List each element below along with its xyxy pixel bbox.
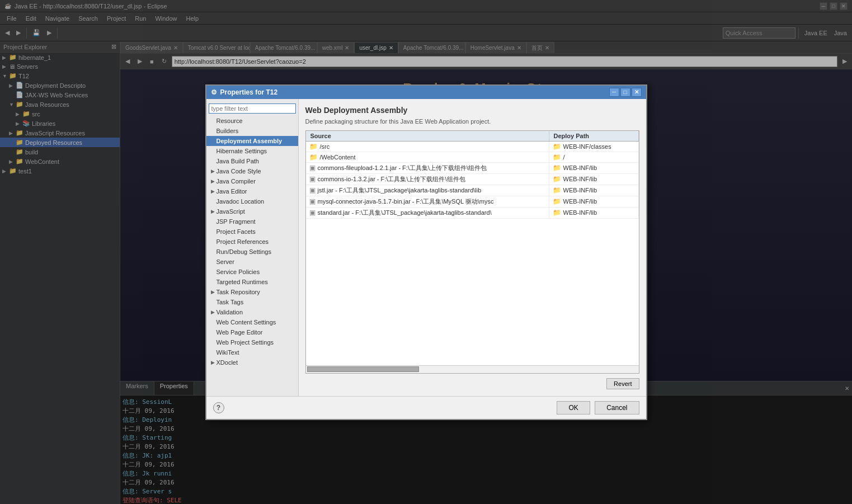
nav-item-label: Service Policies [216, 269, 260, 275]
nav-item-label: Validation [216, 309, 243, 315]
dialog-right-content: Web Deployment Assembly Define packaging… [299, 99, 646, 396]
assembly-table: Source Deploy Path 📁 /src 📁 WEB-INF/clas… [305, 130, 639, 374]
table-cell-source: 📁 /src [306, 142, 549, 152]
deploy-value: WEB-INF/lib [563, 164, 597, 171]
table-row[interactable]: 📁 /src 📁 WEB-INF/classes [306, 142, 639, 152]
nav-item-validation[interactable]: ▶ Validation [206, 307, 298, 317]
nav-item-label: JavaScript [216, 208, 245, 215]
nav-item-server[interactable]: Server [206, 257, 298, 267]
nav-item-javascript[interactable]: ▶ JavaScript [206, 206, 298, 216]
nav-item-java-editor[interactable]: ▶ Java Editor [206, 186, 298, 196]
jar-icon: ▣ [309, 175, 316, 183]
nav-item-java-code-style[interactable]: ▶ Java Code Style [206, 166, 298, 176]
folder-icon: 📁 [553, 209, 561, 216]
nav-item-label: Resource [216, 117, 243, 124]
nav-item-label: XDoclet [216, 359, 238, 366]
nav-item-label: Web Project Settings [216, 339, 274, 346]
properties-dialog: ⚙ Properties for T12 ─ □ ✕ Resource Buil… [205, 84, 647, 420]
nav-item-xdoclet[interactable]: ▶ XDoclet [206, 357, 298, 368]
nav-item-label: Run/Debug Settings [216, 248, 271, 255]
nav-item-web-project-settings[interactable]: Web Project Settings [206, 337, 298, 347]
table-row[interactable]: 📁 /WebContent 📁 / [306, 152, 639, 163]
nav-item-label: Targeted Runtimes [216, 279, 268, 285]
deploy-value: / [563, 154, 565, 161]
nav-item-project-references[interactable]: Project References [206, 237, 298, 247]
nav-arrow-icon: ▶ [211, 209, 216, 214]
ok-button[interactable]: OK [557, 401, 590, 414]
nav-item-label: Server [216, 258, 234, 265]
dialog-title-icon: ⚙ [211, 88, 217, 96]
source-value: standard.jar - F:\工具集\JTSL_package\jakar… [318, 209, 492, 217]
cancel-button[interactable]: Cancel [595, 401, 639, 414]
table-cell-source: ▣ jstl.jar - F:\工具集\JTSL_package\jakarta… [306, 185, 549, 196]
source-value: commons-io-1.3.2.jar - F:\工具集\上传下载组件\组件包 [318, 175, 465, 183]
nav-item-label: Java Compiler [216, 178, 256, 185]
scroll-thumb[interactable] [307, 366, 419, 372]
folder-icon: 📁 [553, 197, 561, 205]
nav-item-label: Task Repository [216, 289, 260, 295]
nav-item-project-facets[interactable]: Project Facets [206, 227, 298, 237]
nav-item-targeted-runtimes[interactable]: Targeted Runtimes [206, 277, 298, 287]
nav-item-web-content-settings[interactable]: Web Content Settings [206, 317, 298, 327]
dialog-maximize-button[interactable]: □ [620, 88, 630, 97]
col-header-source: Source [306, 131, 549, 141]
nav-item-deployment-assembly[interactable]: Deployment Assembly [206, 136, 298, 146]
nav-item-builders[interactable]: Builders [206, 126, 298, 136]
nav-item-label: JSP Fragment [216, 218, 256, 225]
table-row[interactable]: ▣ mysql-connector-java-5.1.7-bin.jar - F… [306, 196, 639, 208]
nav-item-label: Task Tags [216, 299, 244, 305]
table-cell-deploy: 📁 WEB-INF/classes [549, 142, 639, 152]
nav-item-javadoc[interactable]: Javadoc Location [206, 196, 298, 206]
nav-item-service-policies[interactable]: Service Policies [206, 267, 298, 277]
horizontal-scrollbar[interactable] [306, 365, 639, 373]
table-cell-source: ▣ commons-fileupload-1.2.1.jar - F:\工具集\… [306, 163, 549, 173]
nav-item-task-repository[interactable]: ▶ Task Repository [206, 287, 298, 297]
table-cell-source: ▣ standard.jar - F:\工具集\JTSL_package\jak… [306, 208, 549, 218]
nav-item-label: Hibernate Settings [216, 148, 267, 154]
table-cell-deploy: 📁 WEB-INF/lib [549, 196, 639, 207]
nav-item-web-page-editor[interactable]: Web Page Editor [206, 327, 298, 337]
jar-icon: ▣ [309, 197, 316, 205]
deploy-value: WEB-INF/lib [563, 198, 597, 205]
section-description: Define packaging structure for this Java… [305, 118, 639, 125]
filter-input[interactable] [209, 103, 296, 114]
help-button[interactable]: ? [213, 402, 224, 413]
dialog-close-button[interactable]: ✕ [632, 88, 642, 97]
deploy-value: WEB-INF/lib [563, 187, 597, 194]
nav-item-label: Java Build Path [216, 158, 259, 164]
source-value: commons-fileupload-1.2.1.jar - F:\工具集\上传… [318, 164, 487, 172]
jar-icon: ▣ [309, 209, 316, 216]
nav-item-label: Web Page Editor [216, 329, 263, 336]
table-row[interactable]: ▣ jstl.jar - F:\工具集\JTSL_package\jakarta… [306, 185, 639, 196]
nav-item-task-tags[interactable]: Task Tags [206, 297, 298, 307]
table-row[interactable]: ▣ standard.jar - F:\工具集\JTSL_package\jak… [306, 208, 639, 219]
dialog-footer: ? OK Cancel [206, 396, 646, 419]
nav-item-java-build-path[interactable]: Java Build Path [206, 156, 298, 166]
table-row[interactable]: ▣ commons-fileupload-1.2.1.jar - F:\工具集\… [306, 163, 639, 174]
table-cell-deploy: 📁 WEB-INF/lib [549, 163, 639, 173]
source-value: /WebContent [320, 154, 356, 161]
folder-icon: 📁 [553, 175, 561, 183]
dialog-title-text: Properties for T12 [220, 88, 609, 96]
nav-arrow-icon: ▶ [211, 360, 216, 365]
table-cell-deploy: 📁 WEB-INF/lib [549, 208, 639, 218]
revert-button[interactable]: Revert [606, 378, 639, 389]
nav-item-run-debug[interactable]: Run/Debug Settings [206, 247, 298, 257]
nav-item-label: Java Code Style [216, 168, 261, 175]
table-row[interactable]: ▣ commons-io-1.3.2.jar - F:\工具集\上传下载组件\组… [306, 174, 639, 185]
nav-item-hibernate[interactable]: Hibernate Settings [206, 146, 298, 156]
nav-item-label: Builders [216, 128, 239, 134]
nav-item-wikitext[interactable]: WikiText [206, 347, 298, 357]
nav-item-label: Project Facets [216, 228, 256, 235]
dialog-minimize-button[interactable]: ─ [609, 88, 619, 97]
revert-area: Revert [305, 378, 639, 389]
nav-item-label: WikiText [216, 349, 239, 356]
folder-icon: 📁 [553, 164, 561, 172]
table-cell-deploy: 📁 WEB-INF/lib [549, 185, 639, 196]
nav-item-resource[interactable]: Resource [206, 116, 298, 126]
nav-arrow-icon: ▶ [211, 189, 216, 194]
nav-item-jsp-fragment[interactable]: JSP Fragment [206, 216, 298, 227]
deploy-value: WEB-INF/lib [563, 209, 597, 216]
nav-item-java-compiler[interactable]: ▶ Java Compiler [206, 176, 298, 186]
table-header: Source Deploy Path [306, 131, 639, 142]
